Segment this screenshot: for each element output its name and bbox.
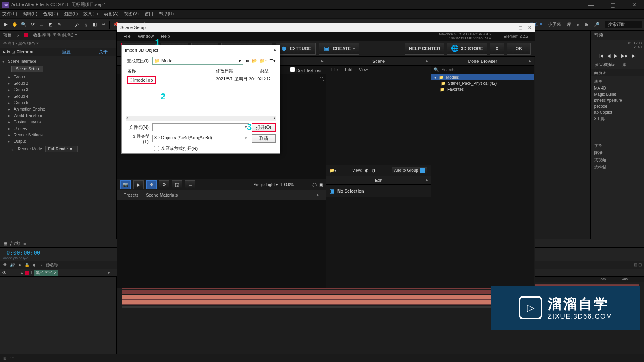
col-date[interactable]: 修改日期 <box>216 68 260 74</box>
status-icon[interactable]: ⊞ <box>3 356 6 360</box>
expand-icon[interactable]: ▸ <box>426 58 428 64</box>
list-item[interactable]: ao Copilot <box>591 109 644 115</box>
model-search-input[interactable] <box>442 68 531 72</box>
tree-group[interactable]: Group 3 <box>14 88 28 92</box>
menu-effect[interactable]: 效果(T) <box>83 11 98 17</box>
nav-up-icon[interactable]: 📂 <box>252 58 257 64</box>
3d-store-button[interactable]: 🌐3D STORE <box>447 43 487 55</box>
tab-effects[interactable]: 效果控件 黑色 纯色2 ≡ <box>33 32 77 38</box>
scene-menu-view[interactable]: View <box>359 68 368 72</box>
list-item[interactable]: sthetic Aperture <box>591 97 644 103</box>
hdr-vis-icon[interactable]: 👁 <box>2 263 8 267</box>
scene-menu-file[interactable]: File <box>331 68 338 72</box>
panel-audio[interactable]: 音频 <box>594 32 603 38</box>
extrude-button[interactable]: ⬢EXTRUDE <box>276 43 316 55</box>
roto-tool[interactable]: ✂ <box>100 21 107 28</box>
col-type[interactable]: 类型 <box>260 68 274 74</box>
e3d-min-button[interactable]: — <box>508 25 513 30</box>
tree-favorites[interactable]: 📁Favorites <box>431 86 534 93</box>
tree-output[interactable]: Output <box>14 139 26 144</box>
scene-menu-edit[interactable]: Edit <box>345 68 352 72</box>
tree-world[interactable]: World Transform <box>14 113 43 118</box>
expand-icon[interactable]: ▸ <box>426 177 428 183</box>
list-item[interactable]: Magic Bullet <box>591 91 644 97</box>
list-item[interactable]: MA 4D <box>591 85 644 91</box>
comp-name[interactable]: 合成1 <box>10 241 21 247</box>
nav-new-icon[interactable]: 📁* <box>260 58 267 64</box>
light-select[interactable]: Single Light ▾ <box>254 183 278 187</box>
tree-render[interactable]: Render Settings <box>14 133 43 137</box>
cancel-button[interactable]: 取消 <box>252 134 276 143</box>
nav-back-icon[interactable]: ⬅ <box>246 58 249 64</box>
tree-anim[interactable]: Animation Engine <box>14 107 45 111</box>
add-to-group-button[interactable]: Add to Group <box>392 167 427 174</box>
tab-presets[interactable]: Presets <box>124 193 138 197</box>
tab-lib[interactable]: 库 <box>622 62 626 68</box>
readonly-checkbox[interactable] <box>154 146 159 151</box>
workspace-lib[interactable]: 库 <box>567 21 571 27</box>
zoom-level[interactable]: 100.0% <box>280 183 294 187</box>
workspace-small[interactable]: 小屏幕 <box>548 21 561 27</box>
filetype-select[interactable]: 3D Objects (*.c4d;*.obj;*.e3d)▾ <box>152 135 249 142</box>
draft-textures-checkbox[interactable] <box>290 67 295 72</box>
anchor-tool[interactable]: ⌙ <box>185 180 195 189</box>
filename-input[interactable]: ▾ <box>152 123 249 131</box>
tree-customlayers[interactable]: Custom Layers <box>14 120 41 124</box>
eraser-tool[interactable]: ◧ <box>91 21 98 28</box>
minimize-button[interactable]: — <box>584 2 598 8</box>
maximize-button[interactable]: ▢ <box>605 2 620 8</box>
menu-anim[interactable]: 动画(A) <box>104 11 119 17</box>
help-center-button[interactable]: HELP CENTER <box>405 43 444 55</box>
menu-window[interactable]: 窗口 <box>144 11 153 17</box>
overflow-icon[interactable]: » <box>577 22 579 27</box>
menu-layer[interactable]: 图层(L) <box>64 11 78 17</box>
e3d-close-button[interactable]: ✕ <box>528 25 532 30</box>
menu-comp[interactable]: 合成(C) <box>43 11 58 17</box>
col-name[interactable]: 名称 <box>127 68 216 74</box>
e3d-menu-help[interactable]: Help <box>161 34 170 39</box>
tree-group[interactable]: Group 2 <box>14 81 28 86</box>
folder-icon[interactable]: 📁▾ <box>330 168 336 173</box>
vp-monitor-icon[interactable]: ▣ <box>319 183 323 187</box>
render-mode-select[interactable]: Full Render ▾ <box>45 146 78 152</box>
orbit-tool[interactable]: ⟳ <box>29 21 36 28</box>
view-icon[interactable]: ◑ <box>372 168 376 173</box>
shape-tool[interactable]: ◩ <box>47 21 54 28</box>
list-item[interactable]: 3工具 <box>591 115 644 123</box>
zoom-tool[interactable]: 🔍 <box>20 21 27 28</box>
e3d-menu-window[interactable]: Window <box>138 34 154 39</box>
vp-icon[interactable]: ◯ <box>312 183 317 187</box>
tab-scene-materials[interactable]: Scene Materials <box>146 193 178 197</box>
view-icon[interactable]: ◐ <box>365 168 369 173</box>
lookin-select[interactable]: 📁Model▾ <box>152 57 243 65</box>
scale-tool[interactable]: ◱ <box>172 180 182 189</box>
text-tool[interactable]: T <box>64 21 72 28</box>
move-tool[interactable]: ✥ <box>146 180 157 189</box>
menu-edit[interactable]: 编辑(E) <box>23 11 37 17</box>
tree-group[interactable]: Group 4 <box>14 94 28 99</box>
fullscreen-icon[interactable]: ⛶ <box>319 77 324 82</box>
expand-icon[interactable]: ▸ <box>317 192 320 197</box>
dialog-close-button[interactable]: ✕ <box>273 47 277 53</box>
help-search-input[interactable]: 搜索帮助 <box>605 21 642 28</box>
selection-tool[interactable]: ▶ <box>2 21 10 28</box>
expand-icon[interactable]: ▸ <box>529 58 531 64</box>
pen-tool[interactable]: ✎ <box>56 21 63 28</box>
select-tool[interactable]: ▶ <box>133 180 144 189</box>
tree-group[interactable]: Group 1 <box>14 75 28 79</box>
tab-project[interactable]: 项目 <box>3 32 12 38</box>
hdr-audio-icon[interactable]: 🔊 <box>10 263 15 267</box>
e3d-menu-file[interactable]: File <box>124 34 131 39</box>
list-item[interactable]: 速率 <box>591 78 644 85</box>
hand-tool[interactable]: ✋ <box>11 21 19 28</box>
tree-starter-pack[interactable]: 📁Starter_Pack_Physical (42) <box>431 80 534 86</box>
e3d-max-button[interactable]: ▢ <box>518 25 522 30</box>
menu-view[interactable]: 视图(V) <box>124 11 139 17</box>
close-button[interactable]: ✕ <box>627 2 642 8</box>
file-row[interactable]: ⬚model.obj 2021/8/1 星期日 20:19 3D C <box>126 75 276 84</box>
effect-about[interactable]: 关于... <box>99 49 111 55</box>
scene-tree[interactable] <box>326 74 431 165</box>
tree-utilities[interactable]: Utilities <box>14 126 27 131</box>
scene-setup-button[interactable]: Scene Setup <box>11 66 43 72</box>
tree-models[interactable]: ▾📁Models <box>431 74 534 80</box>
